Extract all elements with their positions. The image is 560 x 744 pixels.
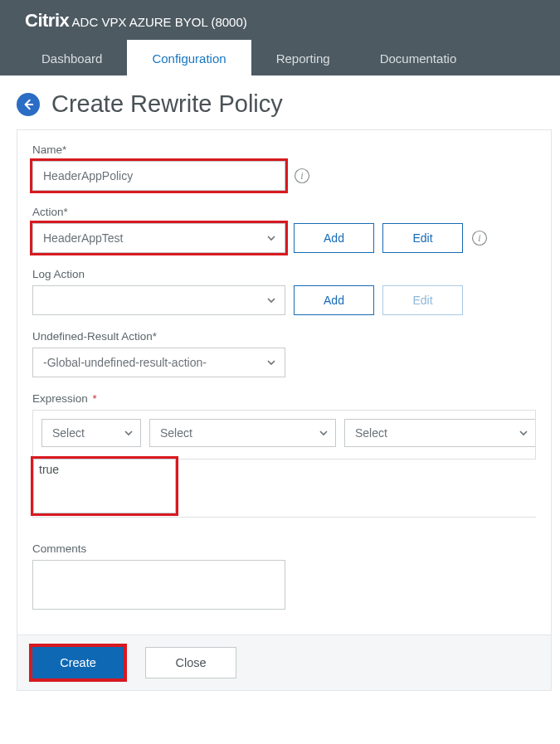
undefined-result-row: -Global-undefined-result-action-: [32, 348, 536, 377]
log-action-edit-button: Edit: [382, 285, 463, 315]
log-action-row: Add Edit: [32, 285, 536, 315]
page-header: Create Rewrite Policy: [0, 75, 560, 129]
undefined-result-select[interactable]: -Global-undefined-result-action-: [32, 348, 285, 377]
page-title: Create Rewrite Policy: [51, 90, 283, 118]
undefined-result-group: Undefined-Result Action* -Global-undefin…: [32, 330, 536, 377]
chevron-down-icon: [266, 233, 276, 243]
back-button[interactable]: [17, 93, 40, 116]
tab-reporting[interactable]: Reporting: [251, 40, 355, 75]
svg-text:i: i: [300, 170, 303, 182]
exp-select-3[interactable]: Select: [344, 419, 535, 447]
action-group: Action* HeaderAppTest Add Edit i: [32, 206, 536, 253]
button-footer: Create Close: [17, 635, 551, 690]
action-select[interactable]: HeaderAppTest: [32, 223, 285, 253]
tab-configuration[interactable]: Configuration: [127, 40, 251, 75]
exp-select-2[interactable]: Select: [149, 419, 336, 447]
action-add-button[interactable]: Add: [294, 223, 374, 253]
name-row: i: [32, 161, 536, 191]
brand-rest: ADC VPX AZURE BYOL (8000): [69, 15, 247, 29]
chevron-down-icon: [519, 428, 528, 438]
tab-bar: Dashboard Configuration Reporting Docume…: [0, 40, 560, 75]
chevron-down-icon: [266, 357, 276, 367]
header-bar: Citrix ADC VPX AZURE BYOL (8000): [0, 0, 560, 40]
chevron-down-icon: [319, 428, 329, 438]
brand-title: Citrix ADC VPX AZURE BYOL (8000): [25, 10, 543, 32]
action-select-value: HeaderAppTest: [43, 231, 124, 245]
close-button[interactable]: Close: [145, 647, 236, 678]
log-action-select[interactable]: [32, 285, 285, 315]
undefined-result-label: Undefined-Result Action*: [32, 330, 536, 343]
expression-group: Expression * Select Select Select: [32, 392, 536, 518]
comments-group: Comments: [32, 542, 536, 613]
expression-border-wrap: [32, 460, 536, 518]
action-row: HeaderAppTest Add Edit i: [32, 223, 536, 253]
chevron-down-icon: [124, 428, 134, 438]
exp-select-1[interactable]: Select: [41, 419, 141, 447]
brand-bold: Citrix: [25, 10, 69, 31]
expression-selects-row: Select Select Select: [32, 410, 536, 460]
name-group: Name* i: [32, 143, 536, 191]
tab-dashboard[interactable]: Dashboard: [17, 40, 127, 75]
undefined-result-select-value: -Global-undefined-result-action-: [43, 356, 207, 369]
action-label: Action*: [32, 206, 536, 218]
form-container: Name* i Action* HeaderAppTest Add Edit i…: [17, 129, 552, 691]
name-info-icon[interactable]: i: [294, 168, 310, 184]
name-input[interactable]: [32, 161, 285, 191]
back-arrow-icon: [22, 99, 34, 110]
log-action-add-button[interactable]: Add: [294, 285, 374, 315]
comments-textarea[interactable]: [32, 560, 285, 610]
action-info-icon[interactable]: i: [471, 230, 488, 246]
chevron-down-icon: [266, 295, 276, 305]
svg-text:i: i: [478, 232, 480, 244]
create-button[interactable]: Create: [32, 647, 124, 678]
comments-label: Comments: [32, 542, 536, 555]
expression-textarea[interactable]: [33, 459, 176, 513]
log-action-group: Log Action Add Edit: [32, 268, 536, 315]
action-edit-button[interactable]: Edit: [382, 223, 463, 253]
expression-label: Expression *: [32, 392, 536, 405]
name-label: Name*: [32, 143, 536, 156]
tab-documentation[interactable]: Documentatio: [355, 40, 482, 75]
log-action-label: Log Action: [32, 268, 536, 280]
